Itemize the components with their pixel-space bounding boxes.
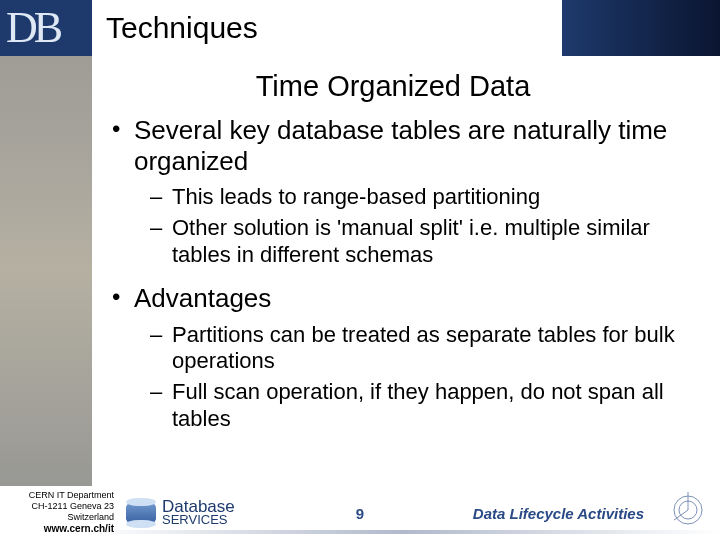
sub-bullet-item: Partitions can be treated as separate ta… <box>150 322 698 376</box>
footer: CERN IT Department CH-1211 Geneva 23 Swi… <box>0 486 720 540</box>
bullet-text: Advantages <box>134 283 271 313</box>
cern-it-dept: Department <box>663 23 710 33</box>
addr-line2: CH-1211 Geneva 23 <box>4 501 114 512</box>
database-services-text: Database SERVICES <box>162 500 235 526</box>
cern-it-big: IT <box>687 0 710 26</box>
slide: DB CERNIT Department Techniques Time Org… <box>0 0 720 540</box>
bullet-item: Advantages Partitions can be treated as … <box>108 283 698 433</box>
cern-logo-icon <box>668 490 708 530</box>
sub-bullet-item: This leads to range-based partitioning <box>150 184 698 211</box>
footer-address: CERN IT Department CH-1211 Geneva 23 Swi… <box>4 490 114 534</box>
deck-title: Data Lifecycle Activities <box>473 505 644 522</box>
content-area: Time Organized Data Several key database… <box>108 70 698 447</box>
sidebar-photo <box>0 56 92 486</box>
cern-it-small: CERN <box>661 13 687 23</box>
cern-it-logo-top: CERNIT Department <box>661 8 710 33</box>
sub-bullet-item: Other solution is 'manual split' i.e. mu… <box>150 215 698 269</box>
db-logo: DB <box>6 2 59 53</box>
bullet-text: Several key database tables are naturall… <box>134 115 667 176</box>
slide-title-text: Techniques <box>106 11 258 45</box>
db-logo-text: DB <box>6 3 59 52</box>
bullet-list: Several key database tables are naturall… <box>108 115 698 433</box>
page-number: 9 <box>356 505 364 522</box>
addr-line3: Switzerland <box>4 512 114 523</box>
sub-bullet-list: This leads to range-based partitioning O… <box>150 184 698 268</box>
addr-line1: CERN IT Department <box>4 490 114 501</box>
sub-bullet-item: Full scan operation, if they happen, do … <box>150 379 698 433</box>
content-subtitle: Time Organized Data <box>88 70 698 103</box>
addr-url: www.cern.ch/it <box>4 523 114 534</box>
slide-title: Techniques <box>92 0 562 56</box>
sub-bullet-list: Partitions can be treated as separate ta… <box>150 322 698 433</box>
dbserv-bottom: SERVICES <box>162 513 235 526</box>
database-icon <box>126 500 156 526</box>
database-services-logo: Database SERVICES <box>126 500 235 526</box>
bullet-item: Several key database tables are naturall… <box>108 115 698 269</box>
